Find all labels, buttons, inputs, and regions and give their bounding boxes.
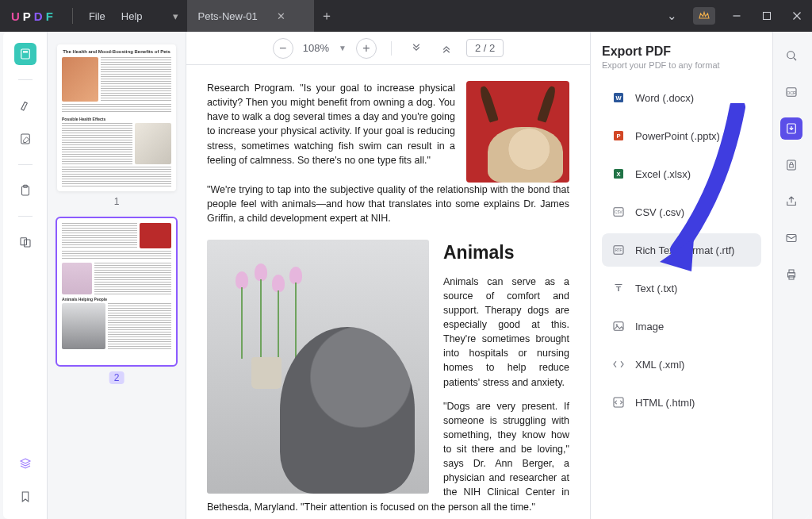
export-format-option[interactable]: PPowerPoint (.pptx) xyxy=(602,119,761,152)
tab-active[interactable]: Pets-New-01 ✕ xyxy=(187,0,314,32)
svg-rect-1 xyxy=(764,13,771,20)
tab-close-icon[interactable]: ✕ xyxy=(277,10,285,22)
titlebar: UPDF File Help ▾ Pets-New-01 ✕ ＋ ⌄ xyxy=(0,0,812,32)
thumb-2-label: 2 xyxy=(109,371,124,384)
toolbar-chevron-icon[interactable]: ⌄ xyxy=(657,0,687,32)
svg-rect-36 xyxy=(789,276,794,280)
svg-point-24 xyxy=(616,324,618,325)
page-down-icon[interactable] xyxy=(406,38,427,59)
doc-paragraph: Research Program. "Is your goal to incre… xyxy=(207,81,455,167)
export-format-option[interactable]: WWord (.docx) xyxy=(602,81,761,114)
tab-add-button[interactable]: ＋ xyxy=(314,0,339,32)
format-label: Rich Text Format (.rtf) xyxy=(635,244,734,256)
format-icon: CSV xyxy=(611,205,626,219)
window-maximize-icon[interactable] xyxy=(752,0,782,32)
window-close-icon[interactable] xyxy=(782,0,812,32)
format-label: XML (.xml) xyxy=(635,359,684,371)
window-minimize-icon[interactable] xyxy=(722,0,752,32)
search-icon[interactable] xyxy=(780,44,802,67)
export-format-option[interactable]: RTFRich Text Format (.rtf) xyxy=(602,233,761,267)
svg-rect-5 xyxy=(23,51,28,52)
export-panel: Export PDF Export your PDF to any format… xyxy=(590,32,772,519)
export-format-option[interactable]: CSVCSV (.csv) xyxy=(602,195,761,229)
format-label: Excel (.xlsx) xyxy=(635,168,691,180)
export-format-option[interactable]: HTML (.html) xyxy=(602,386,761,419)
svg-rect-23 xyxy=(614,322,623,331)
svg-line-27 xyxy=(794,58,796,60)
premium-icon[interactable] xyxy=(693,7,715,25)
format-label: Image xyxy=(635,321,664,333)
format-icon xyxy=(611,357,626,371)
right-toolbar: OCR xyxy=(772,32,809,519)
svg-text:CSV: CSV xyxy=(615,210,622,214)
format-label: HTML (.html) xyxy=(635,397,695,409)
thumb-1-label: 1 xyxy=(57,196,176,207)
svg-text:OCR: OCR xyxy=(787,90,796,95)
bookmark-icon[interactable] xyxy=(14,486,36,508)
format-icon: RTF xyxy=(611,243,626,257)
doc-paragraph: "We're trying to tap into the subjective… xyxy=(207,183,569,225)
svg-rect-10 xyxy=(24,240,30,247)
thumbnail-page-2[interactable]: Animals Helping People xyxy=(57,218,176,365)
svg-text:RTF: RTF xyxy=(615,248,622,252)
layers-icon[interactable] xyxy=(14,452,36,475)
ocr-icon[interactable]: OCR xyxy=(780,81,802,103)
protect-icon[interactable] xyxy=(780,154,802,176)
zoom-level[interactable]: 108% xyxy=(303,42,329,54)
tab-overflow-icon[interactable]: ▾ xyxy=(165,0,187,32)
view-toolbar: − 108% ▼ + 2 / 2 xyxy=(186,32,590,65)
zoom-in-button[interactable]: + xyxy=(356,38,377,59)
document-page: Research Program. "Is your goal to incre… xyxy=(186,65,590,519)
left-toolbar xyxy=(3,32,48,519)
svg-text:X: X xyxy=(616,171,620,178)
doc-image-dog xyxy=(466,81,569,183)
menu-file[interactable]: File xyxy=(81,10,113,22)
page-indicator[interactable]: 2 / 2 xyxy=(466,39,504,57)
zoom-chevron-icon[interactable]: ▼ xyxy=(339,44,347,52)
export-subtitle: Export your PDF to any format xyxy=(602,60,761,70)
format-icon: W xyxy=(611,90,626,105)
svg-rect-33 xyxy=(787,235,796,242)
svg-text:W: W xyxy=(615,94,622,102)
export-format-option[interactable]: Image xyxy=(602,309,761,343)
format-label: CSV (.csv) xyxy=(635,206,684,218)
zoom-out-button[interactable]: − xyxy=(273,38,293,59)
page-up-icon[interactable] xyxy=(436,38,457,59)
format-icon xyxy=(611,395,626,409)
clipboard-tool[interactable] xyxy=(14,179,36,202)
print-icon[interactable] xyxy=(780,263,802,286)
export-format-option[interactable]: XExcel (.xlsx) xyxy=(602,157,761,190)
format-icon: P xyxy=(611,129,626,143)
thumbnail-page-1[interactable]: The Health and Mood-Boosting Benefits of… xyxy=(57,44,176,191)
format-icon: X xyxy=(611,167,626,181)
organize-tool[interactable] xyxy=(14,231,36,253)
app-logo: UPDF xyxy=(11,10,53,23)
svg-rect-35 xyxy=(789,270,794,273)
export-format-option[interactable]: TText (.txt) xyxy=(602,271,761,305)
export-format-option[interactable]: XML (.xml) xyxy=(602,348,761,381)
tab-title: Pets-New-01 xyxy=(198,10,258,22)
thumbnails-tool[interactable] xyxy=(14,43,36,65)
svg-point-26 xyxy=(787,52,794,59)
share-icon[interactable] xyxy=(780,190,802,213)
svg-rect-32 xyxy=(789,164,793,167)
document-view: − 108% ▼ + 2 / 2 Research Program. "Is y… xyxy=(186,32,590,519)
doc-image-cat xyxy=(207,240,429,494)
svg-text:P: P xyxy=(616,133,620,140)
menu-help[interactable]: Help xyxy=(113,10,151,22)
svg-rect-4 xyxy=(21,49,29,59)
export-title: Export PDF xyxy=(602,44,761,59)
thumbnail-panel: The Health and Mood-Boosting Benefits of… xyxy=(48,32,186,519)
thumb-1-title: The Health and Mood-Boosting Benefits of… xyxy=(62,49,171,55)
format-icon: T xyxy=(611,281,626,295)
svg-text:T: T xyxy=(616,284,621,293)
export-icon[interactable] xyxy=(780,117,802,140)
format-label: Word (.docx) xyxy=(635,92,694,104)
svg-rect-9 xyxy=(21,238,27,245)
email-icon[interactable] xyxy=(780,227,802,249)
workspace: The Health and Mood-Boosting Benefits of… xyxy=(3,32,809,519)
highlight-tool[interactable] xyxy=(14,94,36,117)
format-label: PowerPoint (.pptx) xyxy=(635,130,720,142)
edit-tool[interactable] xyxy=(14,128,36,150)
format-icon xyxy=(611,319,626,333)
